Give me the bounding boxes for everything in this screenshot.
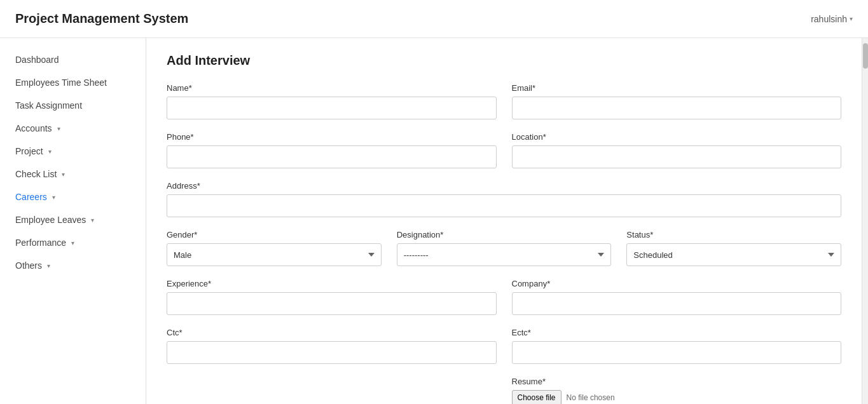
address-label: Address* bbox=[167, 181, 841, 191]
designation-group: Designation* --------- bbox=[397, 230, 612, 266]
gender-label: Gender* bbox=[167, 230, 382, 239]
form-row-address: Address* bbox=[167, 181, 841, 217]
sidebar-item-project[interactable]: Project ▾ bbox=[0, 140, 146, 163]
name-input[interactable] bbox=[167, 97, 497, 119]
chevron-down-icon: ▾ bbox=[48, 148, 52, 155]
ctc-group: Ctc* bbox=[167, 328, 497, 364]
status-label: Status* bbox=[626, 230, 841, 239]
sidebar-item-accounts[interactable]: Accounts ▾ bbox=[0, 117, 146, 140]
location-input[interactable] bbox=[512, 145, 842, 168]
chevron-down-icon: ▾ bbox=[52, 194, 55, 201]
phone-input[interactable] bbox=[167, 145, 497, 168]
user-chevron-icon: ▾ bbox=[850, 15, 853, 22]
header: Project Management System rahulsinh ▾ bbox=[0, 0, 868, 38]
ectc-input[interactable] bbox=[512, 341, 842, 364]
location-group: Location* bbox=[512, 132, 842, 168]
sidebar-item-checklist[interactable]: Check List ▾ bbox=[0, 163, 146, 185]
page-title: Add Interview bbox=[167, 53, 841, 68]
sidebar-item-performance[interactable]: Performance ▾ bbox=[0, 231, 146, 254]
chevron-down-icon: ▾ bbox=[91, 217, 94, 224]
experience-label: Experience* bbox=[167, 279, 497, 288]
sidebar-item-label: Employee Leaves bbox=[15, 215, 86, 225]
email-group: Email* bbox=[512, 83, 842, 119]
ectc-group: Ectc* bbox=[512, 328, 842, 364]
chevron-down-icon: ▾ bbox=[62, 171, 65, 178]
gender-group: Gender* Male Female Other bbox=[167, 230, 382, 266]
scrollbar[interactable] bbox=[862, 38, 868, 404]
sidebar-item-careers[interactable]: Careers ▾ bbox=[0, 185, 146, 208]
email-label: Email* bbox=[512, 83, 842, 93]
company-input[interactable] bbox=[512, 292, 842, 315]
sidebar: Dashboard Employees Time Sheet Task Assi… bbox=[0, 38, 146, 404]
resume-label: Resume* bbox=[512, 377, 842, 386]
choose-file-button[interactable]: Choose file bbox=[512, 390, 561, 404]
chevron-down-icon: ▾ bbox=[71, 239, 74, 246]
form-row-gender-designation-status: Gender* Male Female Other Designation* -… bbox=[167, 230, 841, 266]
experience-group: Experience* bbox=[167, 279, 497, 315]
form-row-name-email: Name* Email* bbox=[167, 83, 841, 119]
sidebar-item-label: Task Assignment bbox=[15, 100, 82, 111]
layout: Dashboard Employees Time Sheet Task Assi… bbox=[0, 38, 868, 404]
experience-input[interactable] bbox=[167, 292, 497, 315]
resume-group: Resume* Choose file No file chosen bbox=[512, 377, 842, 404]
company-group: Company* bbox=[512, 279, 842, 315]
designation-label: Designation* bbox=[397, 230, 612, 239]
sidebar-item-label: Others bbox=[15, 260, 42, 271]
location-label: Location* bbox=[512, 132, 842, 142]
phone-group: Phone* bbox=[167, 132, 497, 168]
form-row-ctc-ectc: Ctc* Ectc* bbox=[167, 328, 841, 364]
file-status: No file chosen bbox=[567, 393, 615, 402]
sidebar-item-label: Accounts bbox=[15, 123, 52, 133]
main-content: Add Interview Name* Email* Phone* Locati… bbox=[146, 38, 862, 404]
sidebar-item-employees-time-sheet[interactable]: Employees Time Sheet bbox=[0, 71, 146, 94]
sidebar-item-label: Dashboard bbox=[15, 55, 59, 65]
sidebar-item-employee-leaves[interactable]: Employee Leaves ▾ bbox=[0, 208, 146, 231]
sidebar-item-task-assignment[interactable]: Task Assignment bbox=[0, 94, 146, 117]
sidebar-item-others[interactable]: Others ▾ bbox=[0, 254, 146, 277]
ctc-label: Ctc* bbox=[167, 328, 497, 337]
designation-select[interactable]: --------- bbox=[397, 243, 612, 266]
sidebar-item-label: Employees Time Sheet bbox=[15, 77, 107, 88]
address-group: Address* bbox=[167, 181, 841, 217]
file-input-wrapper: Choose file No file chosen bbox=[512, 390, 842, 404]
chevron-down-icon: ▾ bbox=[47, 262, 50, 269]
sidebar-item-label: Careers bbox=[15, 192, 47, 202]
ectc-label: Ectc* bbox=[512, 328, 842, 337]
chevron-down-icon: ▾ bbox=[57, 125, 60, 132]
user-menu[interactable]: rahulsinh ▾ bbox=[811, 14, 853, 24]
ctc-input[interactable] bbox=[167, 341, 497, 364]
form-row-phone-location: Phone* Location* bbox=[167, 132, 841, 168]
name-group: Name* bbox=[167, 83, 497, 119]
sidebar-item-label: Performance bbox=[15, 238, 66, 248]
status-group: Status* Scheduled Completed Cancelled bbox=[626, 230, 841, 266]
email-input[interactable] bbox=[512, 97, 842, 119]
status-select[interactable]: Scheduled Completed Cancelled bbox=[626, 243, 841, 266]
phone-label: Phone* bbox=[167, 132, 497, 142]
username: rahulsinh bbox=[811, 14, 847, 24]
form-row-experience-company: Experience* Company* bbox=[167, 279, 841, 315]
company-label: Company* bbox=[512, 279, 842, 288]
app-title: Project Management System bbox=[15, 11, 188, 26]
sidebar-item-label: Check List bbox=[15, 169, 57, 179]
scrollbar-thumb bbox=[863, 43, 868, 69]
gender-select[interactable]: Male Female Other bbox=[167, 243, 382, 266]
name-label: Name* bbox=[167, 83, 497, 93]
sidebar-item-label: Project bbox=[15, 146, 43, 156]
address-input[interactable] bbox=[167, 194, 841, 217]
form-row-resume: Resume* Choose file No file chosen bbox=[167, 377, 841, 404]
sidebar-item-dashboard[interactable]: Dashboard bbox=[0, 48, 146, 71]
